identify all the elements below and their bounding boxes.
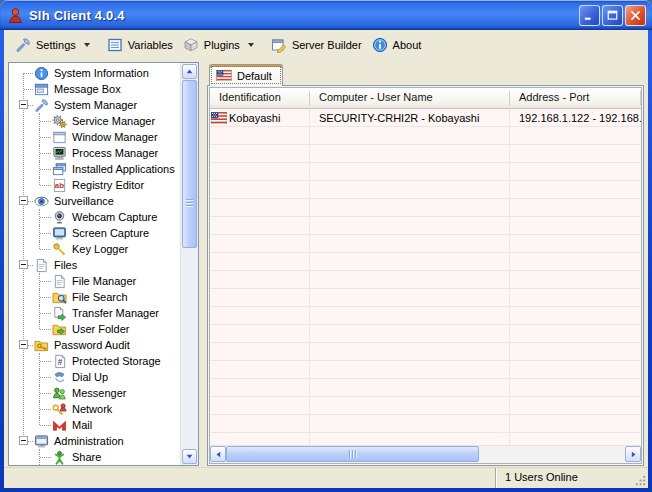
folder-key-icon — [34, 338, 49, 353]
tab-page: IdentificationComputer - User NameAddres… — [207, 85, 644, 466]
tree-item-administration[interactable]: Administration — [9, 433, 181, 449]
tree-item-service-manager[interactable]: Service Manager — [9, 113, 181, 129]
window-title: Slh Client 4.0.4 — [29, 8, 579, 23]
table-row-empty — [210, 343, 641, 361]
toolbar-button-variables[interactable]: Variables — [102, 34, 178, 56]
folder-arrow-icon — [52, 322, 67, 337]
status-bar: 1 Users Online — [4, 467, 648, 488]
tree-item-window-manager[interactable]: Window Manager — [9, 129, 181, 145]
toolbar-button-server-builder[interactable]: Server Builder — [266, 34, 367, 56]
resize-grip-icon[interactable] — [633, 468, 648, 488]
tree-item-webcam-capture[interactable]: Webcam Capture — [9, 209, 181, 225]
tab-strip: Default — [207, 62, 644, 85]
key-icon — [52, 242, 67, 257]
server-builder-icon — [271, 37, 287, 53]
toolbar-button-settings[interactable]: Settings — [10, 34, 81, 56]
tree-item-password-audit[interactable]: Password Audit — [9, 337, 181, 353]
tree-item-network[interactable]: Network — [9, 401, 181, 417]
folder-search-icon — [52, 290, 67, 305]
us-flag-icon — [211, 112, 227, 124]
tree-item-mail[interactable]: Mail — [9, 417, 181, 433]
main-panel: Default IdentificationComputer - User Na… — [207, 62, 644, 466]
message-box-icon — [34, 82, 49, 97]
column-header-computer-user-name[interactable]: Computer - User Name — [310, 88, 510, 108]
tree-item-dial-up[interactable]: Dial Up — [9, 369, 181, 385]
tree-item-transfer-manager[interactable]: Transfer Manager — [9, 305, 181, 321]
app-window: Slh Client 4.0.4 SettingsVariablesPlugin… — [0, 0, 652, 492]
maximize-button[interactable] — [602, 5, 623, 26]
tree-item-user-folder[interactable]: User Folder — [9, 321, 181, 337]
document-icon — [52, 274, 67, 289]
tab-label: Default — [237, 70, 272, 82]
eye-icon — [34, 194, 49, 209]
tree-item-registry-editor[interactable]: abRegistry Editor — [9, 177, 181, 193]
tree: System InformationMessage BoxSystem Mana… — [9, 63, 181, 465]
scroll-left-button[interactable] — [210, 446, 226, 462]
tree-item-share[interactable]: Share — [9, 449, 181, 465]
table-row-empty — [210, 397, 641, 415]
tree-item-message-box[interactable]: Message Box — [9, 81, 181, 97]
screen-icon — [52, 226, 67, 241]
table-row-empty — [210, 361, 641, 379]
plugin-icon — [183, 37, 199, 53]
table-row-empty — [210, 325, 641, 343]
tree-item-messenger[interactable]: Messenger — [9, 385, 181, 401]
wrench-icon — [15, 37, 31, 53]
share-icon — [52, 450, 67, 465]
horizontal-scrollbar[interactable] — [210, 445, 641, 463]
tree-expander-minus[interactable] — [19, 436, 28, 445]
table-row-empty — [210, 433, 641, 445]
phone-icon — [52, 370, 67, 385]
tree-item-screen-capture[interactable]: Screen Capture — [9, 225, 181, 241]
toolbar: SettingsVariablesPluginsServer BuilderAb… — [4, 30, 648, 60]
chevron-down-icon — [248, 43, 254, 47]
tree-item-process-manager[interactable]: Process Manager — [9, 145, 181, 161]
tree-item-system-manager[interactable]: System Manager — [9, 97, 181, 113]
table-row-empty — [210, 289, 641, 307]
network-key-icon — [52, 402, 67, 417]
titlebar[interactable]: Slh Client 4.0.4 — [0, 0, 652, 30]
column-header-identification[interactable]: Identification — [210, 88, 310, 108]
tree-item-system-information[interactable]: System Information — [9, 65, 181, 81]
tree-item-files[interactable]: Files — [9, 257, 181, 273]
table-row-empty — [210, 271, 641, 289]
tree-item-surveillance[interactable]: Surveillance — [9, 193, 181, 209]
table-row-empty — [210, 145, 641, 163]
users-online-status: 1 Users Online — [495, 468, 633, 488]
tree-item-protected-storage[interactable]: #Protected Storage — [9, 353, 181, 369]
content-area: System InformationMessage BoxSystem Mana… — [4, 60, 648, 467]
tree-item-key-logger[interactable]: Key Logger — [9, 241, 181, 257]
table-row[interactable]: KobayashiSECURITY-CRHI2R - Kobayashi192.… — [210, 109, 641, 127]
minimize-button[interactable] — [579, 5, 600, 26]
tree-item-installed-applications[interactable]: Installed Applications — [9, 161, 181, 177]
toolbar-dropdown-arrow-plugins[interactable] — [245, 40, 260, 50]
table-row-empty — [210, 379, 641, 397]
scroll-thumb[interactable] — [182, 80, 197, 248]
tree-expander-minus[interactable] — [19, 196, 28, 205]
tree-expander-minus[interactable] — [19, 340, 28, 349]
table-row-empty — [210, 307, 641, 325]
scroll-up-button[interactable] — [182, 64, 197, 79]
table-row-empty — [210, 163, 641, 181]
tab-default[interactable]: Default — [209, 64, 283, 86]
toolbar-dropdown-arrow-settings[interactable] — [81, 40, 96, 50]
tree-expander-minus[interactable] — [19, 100, 28, 109]
toolbar-button-about[interactable]: About — [367, 34, 427, 56]
table-row-empty — [210, 415, 641, 433]
scroll-thumb[interactable] — [226, 446, 479, 462]
tree-item-file-search[interactable]: File Search — [9, 289, 181, 305]
column-header-address-port[interactable]: Address - Port — [510, 88, 641, 108]
tree-vertical-scrollbar[interactable] — [180, 63, 198, 465]
tree-item-file-manager[interactable]: File Manager — [9, 273, 181, 289]
toolbar-button-plugins[interactable]: Plugins — [178, 34, 245, 56]
scroll-down-button[interactable] — [182, 449, 197, 464]
close-button[interactable] — [625, 5, 646, 26]
table-row-empty — [210, 253, 641, 271]
scroll-right-button[interactable] — [625, 446, 641, 462]
process-icon — [52, 146, 67, 161]
cell-computer-user: SECURITY-CRHI2R - Kobayashi — [310, 109, 510, 126]
registry-icon: ab — [52, 178, 67, 193]
computer-icon — [34, 434, 49, 449]
tree-expander-minus[interactable] — [19, 260, 28, 269]
chevron-down-icon — [84, 43, 90, 47]
